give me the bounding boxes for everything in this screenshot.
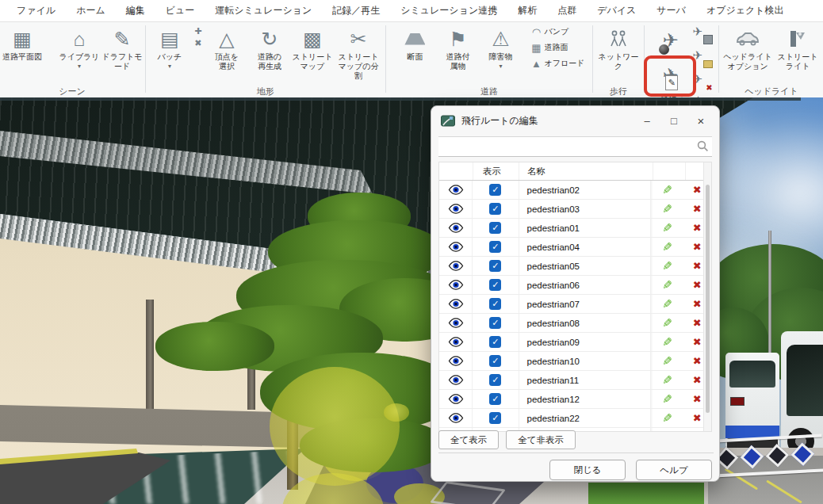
route-name: pedestrian05 xyxy=(519,257,652,275)
edit-pencil-icon[interactable]: ✎ xyxy=(651,295,683,313)
group-label-walking: 歩行 xyxy=(610,85,627,97)
flight-route-edit-button[interactable]: ✈ ✎ xyxy=(649,59,691,92)
airplane-icon: ✈ xyxy=(692,73,702,85)
split-street-map-button[interactable]: ✂ ストリートマップの分割 xyxy=(334,24,383,82)
edit-pencil-icon[interactable]: ✎ xyxy=(651,390,683,408)
visibility-eye-icon[interactable] xyxy=(439,295,473,313)
scrollbar-track[interactable] xyxy=(703,162,711,431)
route-name: pedestrian10 xyxy=(519,352,652,370)
visible-checkbox[interactable]: ✓ xyxy=(473,295,519,313)
edit-pencil-icon[interactable]: ✎ xyxy=(651,219,683,237)
visible-checkbox[interactable]: ✓ xyxy=(473,314,519,332)
visible-checkbox[interactable]: ✓ xyxy=(473,200,519,218)
menu-file[interactable]: ファイル xyxy=(10,1,63,21)
visibility-eye-icon[interactable] xyxy=(439,333,473,351)
bump-button[interactable]: ◠ バンプ xyxy=(528,24,584,40)
visibility-eye-icon[interactable] xyxy=(439,352,473,370)
obstacle-button[interactable]: ⚠ 障害物 ▾ xyxy=(479,24,522,71)
visible-checkbox[interactable]: ✓ xyxy=(473,238,519,256)
visibility-eye-icon[interactable] xyxy=(439,200,473,218)
cross-section-icon xyxy=(404,33,425,45)
edit-pencil-icon[interactable]: ✎ xyxy=(651,314,683,332)
patch-button[interactable]: ▤ バッチ ▾ xyxy=(148,24,191,71)
menu-record-replay[interactable]: 記録／再生 xyxy=(325,1,387,21)
visibility-eye-icon[interactable] xyxy=(439,276,473,294)
network-button[interactable]: ネットワーク xyxy=(595,24,641,73)
visible-checkbox[interactable]: ✓ xyxy=(473,257,519,275)
add-vertex-icon[interactable]: ✚ xyxy=(191,27,205,36)
offroad-button[interactable]: ▲ オフロード xyxy=(528,55,584,71)
visible-checkbox[interactable]: ✓ xyxy=(473,352,519,370)
show-all-button[interactable]: 全て表示 xyxy=(438,430,499,449)
visible-checkbox[interactable]: ✓ xyxy=(473,371,519,389)
menu-driving-simulation[interactable]: 運転シミュレーション xyxy=(208,1,319,21)
menu-view[interactable]: ビュー xyxy=(159,1,202,21)
edit-pencil-icon[interactable]: ✎ xyxy=(651,276,683,294)
cross-section-button[interactable]: 断面 xyxy=(393,24,436,63)
sphere-icon xyxy=(659,44,669,55)
maximize-button[interactable]: □ xyxy=(660,110,687,131)
search-field[interactable] xyxy=(438,136,712,157)
draft-mode-button[interactable]: ✎ ドラフトモード xyxy=(101,24,144,73)
visibility-eye-icon[interactable] xyxy=(439,390,473,408)
help-button[interactable]: ヘルプ xyxy=(636,460,712,480)
visibility-eye-icon[interactable] xyxy=(439,371,473,389)
flight-route-open-button[interactable]: ✈ xyxy=(692,49,713,68)
pedestrian-network-icon xyxy=(608,25,629,52)
flight-route-delete-button[interactable]: ✈ ✖ xyxy=(692,73,713,92)
bus-wheel xyxy=(787,428,814,455)
menu-object-detection[interactable]: オブジェクト検出 xyxy=(699,1,791,21)
visibility-eye-icon[interactable] xyxy=(439,181,473,199)
visible-checkbox[interactable]: ✓ xyxy=(473,333,519,351)
menu-home[interactable]: ホーム xyxy=(69,1,113,21)
street-light-button[interactable]: ストリートライト xyxy=(774,24,821,73)
visible-checkbox[interactable]: ✓ xyxy=(473,219,519,237)
flight-route-play-button[interactable]: ✈ xyxy=(649,24,691,57)
edit-pencil-icon[interactable]: ✎ xyxy=(651,352,683,370)
visibility-eye-icon[interactable] xyxy=(439,238,473,256)
regenerate-road-button[interactable]: ↻ 道路の 再生成 xyxy=(248,24,291,73)
visible-checkbox[interactable]: ✓ xyxy=(473,276,519,294)
visibility-eye-icon[interactable] xyxy=(439,314,473,332)
visibility-eye-icon[interactable] xyxy=(439,257,473,275)
edit-pencil-icon[interactable]: ✎ xyxy=(651,333,683,351)
menu-point-cloud[interactable]: 点群 xyxy=(550,1,584,21)
chevron-down-icon: ▾ xyxy=(78,63,81,70)
menu-server[interactable]: サーバ xyxy=(649,1,693,21)
close-button[interactable]: × xyxy=(687,110,714,131)
visibility-eye-icon[interactable] xyxy=(439,409,473,427)
flight-route-save-button[interactable]: ✈ xyxy=(692,25,713,44)
plaza-pattern xyxy=(366,464,423,503)
menu-analysis[interactable]: 解析 xyxy=(511,1,544,21)
edit-pencil-icon[interactable]: ✎ xyxy=(651,200,683,218)
visible-checkbox[interactable]: ✓ xyxy=(473,181,519,199)
menu-device[interactable]: デバイス xyxy=(590,1,643,21)
route-name: pedestrian01 xyxy=(519,219,652,237)
visibility-eye-icon[interactable] xyxy=(439,219,473,237)
street-map-button[interactable]: ▩ ストリートマップ xyxy=(291,24,334,73)
scrollbar-thumb[interactable] xyxy=(706,185,710,413)
road-surface-button[interactable]: ▦ 道路面 xyxy=(528,40,584,55)
road-plan-button[interactable]: ▦ 道路平面図 xyxy=(1,24,44,63)
edit-pencil-icon[interactable]: ✎ xyxy=(651,181,683,199)
select-vertex-button[interactable]: △ 頂点を 選択 xyxy=(205,24,248,73)
edit-pencil-icon[interactable]: ✎ xyxy=(651,409,683,427)
visible-checkbox[interactable]: ✓ xyxy=(473,409,519,427)
search-input[interactable] xyxy=(442,139,699,155)
hide-all-button[interactable]: 全て非表示 xyxy=(506,430,576,449)
visible-checkbox[interactable]: ✓ xyxy=(473,390,519,408)
minimize-button[interactable]: – xyxy=(634,110,660,131)
edit-pencil-icon[interactable]: ✎ xyxy=(651,257,683,275)
headlight-option-button[interactable]: ヘッドライトオプション xyxy=(722,24,774,73)
flight-route-row: ✓ pedestrian11 ✎ ✖ xyxy=(439,371,711,390)
close-dialog-button[interactable]: 閉じる xyxy=(549,460,626,480)
edit-pencil-icon[interactable]: ✎ xyxy=(651,238,683,256)
edit-pencil-icon[interactable]: ✎ xyxy=(651,371,683,389)
delete-vertex-icon[interactable]: ✖ xyxy=(191,39,205,48)
edit-pencil-icon[interactable]: ✎ xyxy=(651,428,683,432)
library-button[interactable]: ⌂ ライブラリ ▾ xyxy=(58,24,101,71)
menu-edit[interactable]: 編集 xyxy=(119,1,152,21)
dialog-titlebar[interactable]: 飛行ルートの編集 – □ × xyxy=(431,106,719,135)
road-accessories-button[interactable]: ⚑ 道路付 属物 xyxy=(436,24,479,73)
menu-simulation-link[interactable]: シミュレーション連携 xyxy=(393,1,504,21)
